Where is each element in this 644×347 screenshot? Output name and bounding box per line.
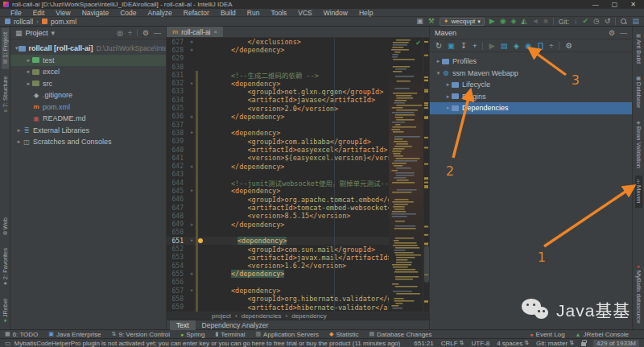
code-line-655[interactable]: 655▪ </dependency> <box>167 270 389 278</box>
code-line-658[interactable]: 658 <groupId>org.hibernate.validator</gr… <box>167 295 389 303</box>
minimize-button[interactable]: — <box>592 1 599 8</box>
code-line-653[interactable]: 653 <artifactId>javax.mail</artifactId> <box>167 254 389 262</box>
collapse-all-icon[interactable]: ÷ <box>128 29 132 37</box>
reimport-maven-icon[interactable]: ↻ <box>436 41 442 50</box>
maven-item-plugins[interactable]: ▸Plugins <box>430 91 632 103</box>
tool-tab-2-favorites[interactable]: ★2: Favorites <box>2 244 9 291</box>
view-tab-text[interactable]: Text <box>170 320 196 330</box>
search-everywhere-icon[interactable] <box>621 19 627 25</box>
code-line-642[interactable]: 642▪ </dependency> <box>167 162 389 170</box>
code-line-631[interactable]: 631 <!--生成二维码的依赖 --> <box>167 71 389 79</box>
code-line-645[interactable]: 645▾ <dependency> <box>167 187 389 195</box>
maximize-button[interactable]: ▢ <box>612 1 618 8</box>
maven-wrench-icon[interactable]: ⚙ <box>565 41 572 50</box>
toolwindow-button-java-enterprise[interactable]: ▣Java Enterprise <box>48 331 101 338</box>
project-item-scratches-and-consoles[interactable]: ▸◫Scratches and Consoles <box>10 136 166 148</box>
code-line-634[interactable]: 634 <artifactId>javase</artifactId> <box>167 96 389 104</box>
close-tab-icon[interactable]: × <box>214 28 218 35</box>
maven-item-profiles[interactable]: ▸Profiles <box>430 56 632 68</box>
code-minimap[interactable] <box>389 38 423 312</box>
toolwindow-button-6-todo[interactable]: ▦6: TODO <box>5 331 38 338</box>
breadcrumb-project[interactable]: project <box>212 312 231 320</box>
close-button[interactable]: ✕ <box>630 1 636 8</box>
fold-icon[interactable]: ▾ <box>188 188 196 194</box>
code-line-651[interactable]: 651▾ <dependency> <box>167 237 389 245</box>
code-line-647[interactable]: 647 <artifactId>tomcat-embed-websocket</… <box>167 204 389 212</box>
code-line-650[interactable]: 650 <box>167 229 389 237</box>
coverage-icon[interactable]: ◈ <box>511 18 517 25</box>
tool-tab-mybatis-datasource[interactable]: ●MyBatis datasource <box>635 260 642 328</box>
project-item-rollcall-roll-call-ai-[interactable]: ▾rollcall [roll-call-ai]D:\Juzi\WorkSpac… <box>10 43 166 55</box>
toolwindow-button-statistic[interactable]: ◆Statistic <box>329 331 358 338</box>
menu-navigate[interactable]: Navigate <box>76 9 115 17</box>
file-encoding[interactable]: UTF-8 <box>471 340 489 347</box>
menu-analyze[interactable]: Analyze <box>142 9 178 17</box>
code-line-628[interactable]: 628▪ </dependency> <box>167 46 389 54</box>
debug-icon[interactable]: ◉ <box>500 18 506 25</box>
memory-indicator[interactable]: 429 of 1933M <box>593 340 639 347</box>
settings-gear-icon[interactable]: ⚙ <box>142 29 149 37</box>
crumb-rollcall[interactable]: rollcall <box>14 18 33 26</box>
code-area[interactable]: 627▪ </exclusions>628▪ </dependency>6296… <box>167 38 389 312</box>
download-sources-icon[interactable]: ↧ <box>460 41 467 50</box>
code-line-640[interactable]: 640 <artifactId>easyexcel</artifactId> <box>167 146 389 154</box>
hide-icon[interactable]: — <box>620 29 627 37</box>
git-branch[interactable]: Git: master⇅ <box>536 340 574 347</box>
maven-item-dependencies[interactable]: ▸Dependencies <box>430 102 632 114</box>
menu-window[interactable]: Window <box>318 9 353 17</box>
editor-scrollbar[interactable] <box>423 38 429 312</box>
project-item-test[interactable]: ▸test <box>10 55 166 67</box>
run-goal-icon[interactable]: ▶ <box>489 41 494 50</box>
project-item-readme-md[interactable]: ▣README.md <box>10 113 166 125</box>
profiler-icon[interactable]: ◭ <box>522 18 527 25</box>
fold-icon[interactable]: ▾ <box>188 287 196 294</box>
menu-file[interactable]: File <box>5 9 27 17</box>
project-item-src[interactable]: ▸src <box>10 78 166 90</box>
code-line-649[interactable]: 649▪ </dependency> <box>167 221 389 229</box>
menu-code[interactable]: Code <box>114 9 142 17</box>
code-line-641[interactable]: 641 <version>${easyexcel.version}</versi… <box>167 154 389 162</box>
toolwindow-button-event-log[interactable]: ●Event Log <box>530 331 564 338</box>
editor[interactable]: 627▪ </exclusions>628▪ </dependency>6296… <box>167 38 429 312</box>
offline-mode-icon[interactable]: ◉ <box>525 41 531 50</box>
hide-icon[interactable]: — <box>154 29 161 37</box>
settings-gear-icon[interactable]: ⚙ <box>609 29 615 37</box>
fold-icon[interactable]: ▾ <box>188 81 196 87</box>
scrollbar-thumb[interactable] <box>424 246 429 283</box>
stop-icon[interactable]: ■ <box>543 18 547 25</box>
toolwindow-button-terminal[interactable]: ▮Terminal <box>215 331 245 338</box>
menu-edit[interactable]: Edit <box>27 9 51 17</box>
project-item--gitignore[interactable]: ◆.gitignore <box>10 89 166 101</box>
editor-tab[interactable]: m roll-call-ai × <box>167 27 223 37</box>
maven-item-ssm-maven-webapp[interactable]: ▾◍ssm Maven Webapp <box>430 68 632 80</box>
code-line-627[interactable]: 627▪ </exclusions> <box>167 38 389 46</box>
rollback-icon[interactable]: ↺ <box>605 18 611 25</box>
git-update-icon[interactable]: ↓ <box>574 18 578 25</box>
code-line-639[interactable]: 639 <groupId>com.alibaba</groupId> <box>167 138 389 146</box>
view-tab-dependency-analyzer[interactable]: Dependency Analyzer <box>196 320 275 330</box>
menu-tools[interactable]: Tools <box>265 9 292 17</box>
fold-icon[interactable]: ▾ <box>188 130 196 136</box>
project-item-excel[interactable]: ▸excel <box>10 66 166 78</box>
project-item-pom-xml[interactable]: mpom.xml <box>10 101 166 114</box>
lock-icon[interactable] <box>581 341 586 346</box>
code-line-633[interactable]: 633 <groupId>net.glxn.qrgen</groupId> <box>167 88 389 96</box>
menu-run[interactable]: Run <box>242 9 266 17</box>
add-maven-project-icon[interactable]: + <box>473 41 477 50</box>
tool-tab-maven[interactable]: mMaven <box>635 176 642 208</box>
intention-bulb-icon[interactable] <box>198 238 203 243</box>
breadcrumb-dependencies[interactable]: dependencies <box>242 312 282 320</box>
toolwindow-button-spring[interactable]: ●Spring <box>180 331 204 338</box>
status-message[interactable]: MybatisCodeHelperPro plugin is not activ… <box>14 340 407 347</box>
tool-tab-1-project[interactable]: ▥1: Project <box>2 28 9 69</box>
chevron-down-icon[interactable]: ▾ <box>52 29 56 37</box>
history-icon[interactable]: ◷ <box>593 18 600 25</box>
build-hammer-icon[interactable]: ⚒ <box>428 18 435 25</box>
tool-tab-jrebel[interactable]: ▲JRebel <box>2 295 9 328</box>
tool-tab-web[interactable]: ◍Web <box>2 213 9 241</box>
maven-item-lifecycle[interactable]: ▸Lifecycle <box>430 79 632 91</box>
line-separator-selector[interactable]: CRLF⇅ <box>441 340 464 347</box>
code-line-636[interactable]: 636▪ </dependency> <box>167 113 389 121</box>
menu-refactor[interactable]: Refactor <box>178 9 215 17</box>
code-line-659[interactable]: 659 <artifactId>hibernate-validator</art… <box>167 304 389 312</box>
